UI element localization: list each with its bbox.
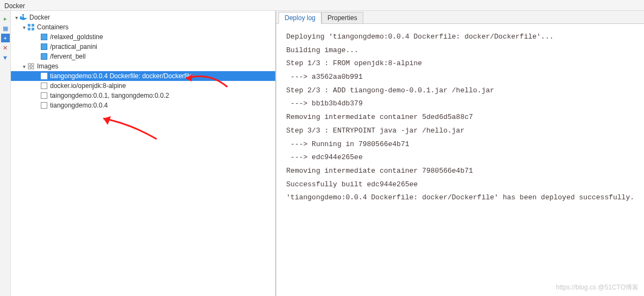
svg-rect-0 xyxy=(20,16,22,18)
grid-icon[interactable]: ▦ xyxy=(1,24,10,33)
tree-image-item[interactable]: taingongdemo:0.0.1, tiangongdemo:0.0.2 xyxy=(11,91,275,100)
svg-rect-2 xyxy=(22,14,24,16)
tree-item-label: tiangongdemo:0.0.4 Dockerfile: docker/Do… xyxy=(50,72,193,80)
log-line: ---> bb1b3b4db379 xyxy=(286,97,634,111)
tree-containers-label: Containers xyxy=(37,23,69,31)
image-icon xyxy=(40,72,48,80)
chevron-down-icon[interactable]: ▾ xyxy=(21,24,27,30)
tree-images-node[interactable]: ▾ Images xyxy=(11,61,275,71)
svg-rect-7 xyxy=(28,64,30,66)
right-panel: Deploy log Properties Deploying 'tiangon… xyxy=(276,11,644,296)
left-panel: ▸ ▦ + ✕ ▼ ▾ Docker ▾ Containers xyxy=(0,11,276,296)
tree-image-item[interactable]: tiangongdemo:0.0.4 xyxy=(11,100,275,110)
log-line: Removing intermediate container 5ded6d5a… xyxy=(286,111,634,124)
chevron-down-icon[interactable]: ▾ xyxy=(21,64,27,70)
log-line: Successfully built edc944e265ee xyxy=(286,178,634,192)
log-line: ---> Running in 7980566e4b71 xyxy=(286,138,634,152)
close-icon[interactable]: ✕ xyxy=(1,43,10,52)
tree-root-docker[interactable]: ▾ Docker xyxy=(11,12,275,22)
log-line: ---> a3562aa0b991 xyxy=(286,71,634,84)
svg-rect-8 xyxy=(32,64,34,66)
svg-rect-5 xyxy=(28,28,30,30)
deploy-log-output: Deploying 'tiangongdemo:0.0.4 Dockerfile… xyxy=(276,24,644,296)
tree-image-item[interactable]: docker.io/openjdk:8-alpine xyxy=(11,81,275,91)
filter-icon[interactable]: ▼ xyxy=(1,53,10,62)
svg-rect-6 xyxy=(32,28,34,30)
tree-container-item[interactable]: /fervent_bell xyxy=(11,52,275,61)
tree-item-label: docker.io/openjdk:8-alpine xyxy=(50,82,126,90)
tab-properties[interactable]: Properties xyxy=(321,12,363,24)
container-icon xyxy=(40,53,48,60)
image-icon xyxy=(40,82,48,90)
tabs-bar: Deploy log Properties xyxy=(276,11,644,24)
annotation-arrow xyxy=(92,113,158,140)
tree-root-label: Docker xyxy=(29,14,50,21)
window-title: Docker xyxy=(0,0,644,11)
docker-icon xyxy=(20,14,27,21)
tree-item-label: /relaxed_goldstine xyxy=(50,33,103,41)
indicator-icon: ▸ xyxy=(1,14,10,23)
tree-item-label: taingongdemo:0.0.1, tiangongdemo:0.0.2 xyxy=(50,92,169,99)
tree-container-item[interactable]: /practical_panini xyxy=(11,42,275,52)
tab-deploy-log[interactable]: Deploy log xyxy=(278,12,321,24)
svg-rect-3 xyxy=(28,24,30,27)
svg-rect-4 xyxy=(32,24,34,27)
log-line: ---> edc944e265ee xyxy=(286,151,634,165)
tree-item-label: /practical_panini xyxy=(50,43,97,51)
log-line: Removing intermediate container 7980566e… xyxy=(286,165,634,178)
container-icon xyxy=(40,33,48,41)
tree-item-label: /fervent_bell xyxy=(50,53,85,60)
tree-image-item-selected[interactable]: tiangongdemo:0.0.4 Dockerfile: docker/Do… xyxy=(11,71,275,81)
tree-container-item[interactable]: /relaxed_goldstine xyxy=(11,32,275,42)
log-line: 'tiangongdemo:0.0.4 Dockerfile: docker/D… xyxy=(286,191,634,205)
tree-containers-node[interactable]: ▾ Containers xyxy=(11,22,275,32)
images-icon xyxy=(27,62,35,70)
svg-rect-9 xyxy=(28,67,30,69)
log-line: Step 1/3 : FROM openjdk:8-alpine xyxy=(286,57,634,71)
log-line: Step 3/3 : ENTRYPOINT java -jar /hello.j… xyxy=(286,124,634,138)
docker-tree: ▾ Docker ▾ Containers /relaxed_goldstine xyxy=(11,11,275,296)
watermark-text: https://blog.cs @51CTO博客 xyxy=(556,281,639,294)
image-icon xyxy=(40,102,48,109)
tree-images-label: Images xyxy=(37,62,58,70)
sidebar-toolbar: ▸ ▦ + ✕ ▼ xyxy=(0,11,11,296)
log-line: Building image... xyxy=(286,44,634,58)
add-icon[interactable]: + xyxy=(1,34,10,42)
log-line: Step 2/3 : ADD tiangong-demo-0.0.1.jar /… xyxy=(286,84,634,98)
containers-icon xyxy=(27,23,35,31)
container-icon xyxy=(40,43,48,51)
svg-rect-1 xyxy=(22,16,24,18)
svg-rect-10 xyxy=(32,67,34,69)
chevron-down-icon[interactable]: ▾ xyxy=(13,15,20,21)
image-icon xyxy=(40,92,48,99)
tree-item-label: tiangongdemo:0.0.4 xyxy=(50,102,108,109)
log-line: Deploying 'tiangongdemo:0.0.4 Dockerfile… xyxy=(286,30,634,44)
